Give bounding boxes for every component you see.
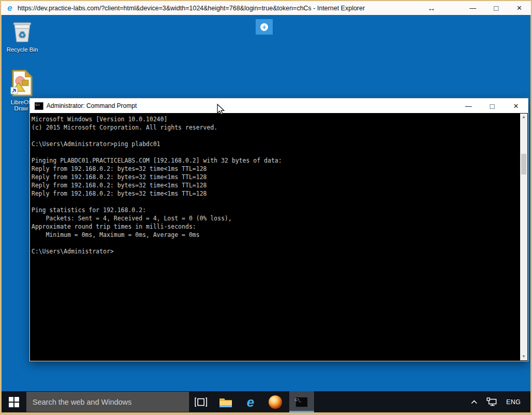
chevron-up-icon <box>471 400 477 404</box>
command-prompt-task-button[interactable]: C:\_ <box>289 391 314 412</box>
task-view-icon <box>195 397 207 407</box>
desktop-icon-label-line1: LibreOff <box>11 99 32 105</box>
window-title: Administrator: Command Prompt <box>46 102 137 109</box>
firefox-icon <box>269 395 282 409</box>
terminal-output[interactable]: Microsoft Windows [Version 10.0.10240](c… <box>30 113 528 361</box>
system-tray: ENG <box>466 391 530 412</box>
internet-explorer-button[interactable]: e <box>239 391 262 412</box>
language-indicator[interactable]: ENG <box>502 391 525 412</box>
detach-resize-icon[interactable]: ↔ <box>428 4 435 12</box>
cmd-maximize-button[interactable]: □ <box>480 99 504 113</box>
browser-close-button[interactable]: ✕ <box>508 1 531 15</box>
file-explorer-button[interactable] <box>214 391 238 412</box>
terminal-scrollbar[interactable]: ▲ ▼ <box>520 114 527 360</box>
show-hidden-icons-button[interactable] <box>466 391 482 412</box>
desktop-icon-label: Recycle Bin <box>7 46 38 53</box>
cmd-minimize-button[interactable]: — <box>457 99 480 113</box>
command-prompt-window: C:\ Administrator: Command Prompt — □ ✕ … <box>29 98 528 361</box>
browser-maximize-button[interactable]: □ <box>484 1 508 15</box>
plus-circle-icon: + <box>260 23 268 31</box>
desktop-icon-recycle-bin[interactable]: ♻ Recycle Bin <box>6 19 39 53</box>
scrollbar-down-icon[interactable]: ▼ <box>520 353 527 360</box>
firefox-button[interactable] <box>263 391 287 412</box>
network-tray-button[interactable] <box>482 391 502 412</box>
desktop-icon-label-line2: Draw <box>14 105 28 111</box>
taskbar: e C:\_ <box>2 391 530 412</box>
browser-titlebar[interactable]: e https://dev.practice-labs.com/?client=… <box>1 1 531 15</box>
libreoffice-draw-icon <box>7 70 36 98</box>
scrollbar-thumb[interactable] <box>521 154 526 174</box>
browser-minimize-button[interactable]: — <box>461 1 484 15</box>
command-prompt-icon: C:\_ <box>295 397 308 407</box>
cmd-close-button[interactable]: ✕ <box>504 99 528 113</box>
command-prompt-titlebar[interactable]: C:\ Administrator: Command Prompt — □ ✕ <box>30 99 528 113</box>
internet-explorer-icon: e <box>5 4 14 13</box>
svg-text:♻: ♻ <box>18 30 26 40</box>
lab-toolbar-expand-button[interactable]: + <box>256 19 273 35</box>
remote-desktop[interactable]: + ♻ Recycle Bin <box>2 15 530 412</box>
recycle-bin-icon: ♻ <box>6 19 39 45</box>
internet-explorer-icon: e <box>247 395 254 409</box>
windows-logo-icon <box>9 397 19 407</box>
network-icon <box>487 397 497 406</box>
task-view-button[interactable] <box>189 391 213 412</box>
browser-title: https://dev.practice-labs.com/?client=ht… <box>18 5 365 12</box>
scrollbar-up-icon[interactable]: ▲ <box>520 114 527 121</box>
start-button[interactable] <box>2 391 26 412</box>
file-explorer-icon <box>219 396 232 408</box>
screen: e https://dev.practice-labs.com/?client=… <box>0 0 532 415</box>
search-input[interactable] <box>26 392 189 412</box>
command-prompt-icon: C:\ <box>35 102 43 110</box>
